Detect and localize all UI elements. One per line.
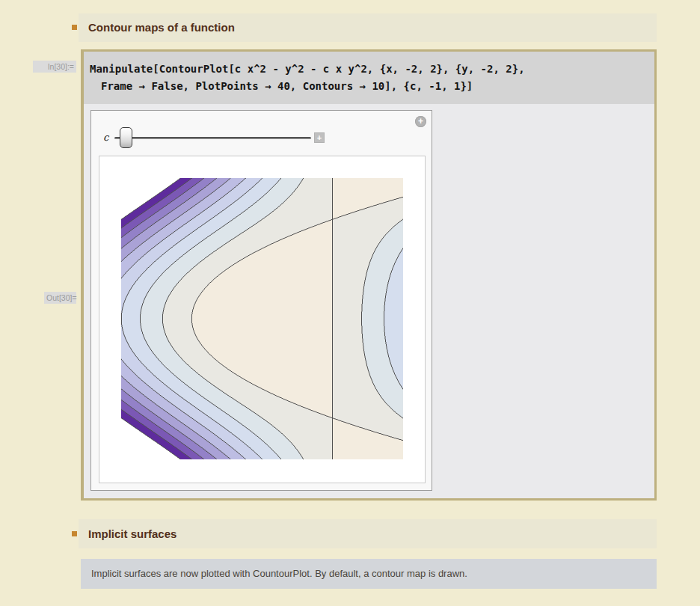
- section-bullet-icon: [72, 531, 77, 536]
- code-line-2[interactable]: Frame → False, PlotPoints → 40, Contours…: [90, 78, 654, 95]
- plus-circle-icon: +: [418, 116, 423, 126]
- slider-expand-button[interactable]: +: [314, 132, 325, 143]
- plus-icon: +: [317, 133, 322, 142]
- manipulate-panel: + c +: [90, 110, 432, 491]
- section-header-implicit-surfaces: Implicit surfaces: [79, 519, 657, 548]
- note-text: Implicit surfaces are now plotted with C…: [91, 559, 467, 589]
- evaluation-group: Manipulate[ContourPlot[c x^2 - y^2 - c x…: [81, 49, 657, 501]
- input-cell[interactable]: Manipulate[ContourPlot[c x^2 - y^2 - c x…: [84, 52, 654, 104]
- section-title: Contour maps of a function: [88, 13, 235, 42]
- plot-frame: [99, 156, 426, 483]
- output-cell: + c +: [84, 104, 654, 498]
- section-bullet-icon: [72, 25, 77, 30]
- slider-variable-label: c: [103, 132, 108, 143]
- out-label: Out[30]=: [44, 292, 76, 304]
- code-line-1[interactable]: Manipulate[ContourPlot[c x^2 - y^2 - c x…: [90, 61, 654, 78]
- in-label: In[30]:=: [33, 61, 76, 73]
- slider-thumb[interactable]: [120, 127, 132, 148]
- text-cell: Implicit surfaces are now plotted with C…: [81, 559, 657, 589]
- contour-plot-canvas: [121, 178, 403, 459]
- slider-track[interactable]: [114, 137, 311, 139]
- section-header-contour-maps: Contour maps of a function: [79, 13, 657, 42]
- slider-row: c +: [91, 126, 432, 150]
- section-title: Implicit surfaces: [88, 519, 176, 548]
- notebook-page: Contour maps of a function In[30]:= Mani…: [0, 0, 700, 606]
